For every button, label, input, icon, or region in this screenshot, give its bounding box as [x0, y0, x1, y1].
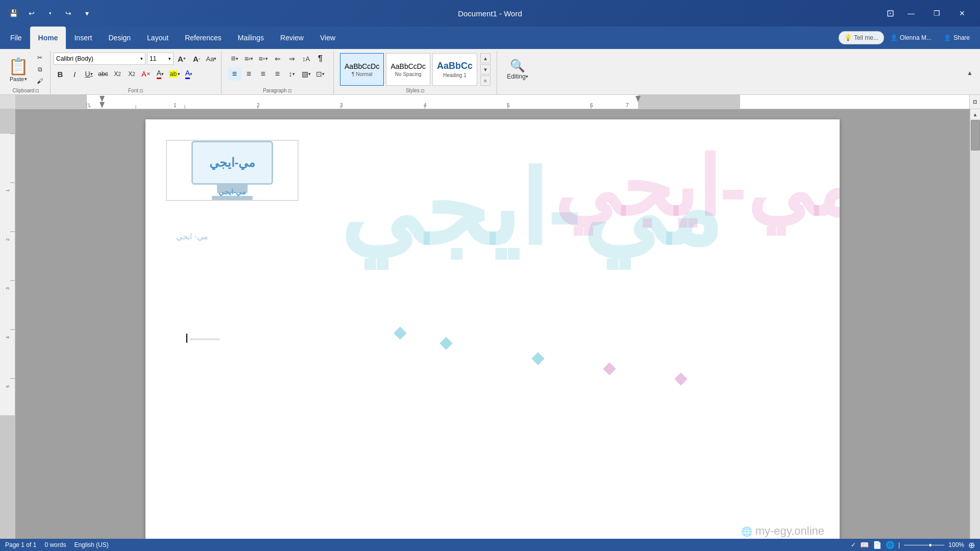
title-bar: 💾 ↩ ▾ ↪ ▾ Document1 - Word ⊡ — ❐ ✕ — [0, 0, 980, 27]
view-mode-print[interactable]: 📄 — [873, 541, 881, 549]
copy-icon: ⧉ — [38, 66, 42, 73]
font-color-button[interactable]: A▾ — [154, 67, 167, 81]
zoom-in-button[interactable]: ⊕ — [968, 540, 975, 550]
subscript-button[interactable]: X2 — [111, 67, 124, 81]
undo-button[interactable]: ↩ — [24, 6, 39, 20]
superscript-button[interactable]: X2 — [125, 67, 138, 81]
tab-insert[interactable]: Insert — [66, 27, 100, 49]
scroll-track[interactable] — [970, 119, 980, 543]
tell-me-input[interactable]: 💡 Tell me... — [839, 31, 884, 44]
shrink-font-button[interactable]: A- — [190, 52, 203, 65]
document-scroll-area[interactable]: مي-ايجي مي-ايجي مي-ايجي مي-ايجي — [15, 109, 970, 551]
highlight-color-button[interactable]: ab▾ — [168, 67, 181, 81]
styles-dialog-icon[interactable]: ⊡ — [421, 88, 425, 93]
justify-button[interactable]: ≡ — [271, 67, 284, 81]
styles-scroll-up[interactable]: ▲ — [480, 53, 491, 63]
close-button[interactable]: ✕ — [950, 5, 974, 21]
paragraph-dialog-icon[interactable]: ⊡ — [288, 88, 292, 93]
tab-references[interactable]: References — [177, 27, 230, 49]
diamond-deco-2 — [439, 337, 452, 349]
vertical-scrollbar[interactable]: ▲ ▼ — [970, 109, 980, 551]
diamond-deco-1 — [394, 327, 406, 339]
line-spacing-button[interactable]: ↕▾ — [285, 67, 299, 81]
cut-icon: ✂ — [37, 54, 42, 61]
decrease-indent-button[interactable]: ⇐ — [271, 52, 284, 65]
text-color-dropdown[interactable]: A▾ — [182, 67, 195, 81]
share-button[interactable]: 👤 Share — [938, 31, 976, 45]
style-normal[interactable]: AaBbCcDc ¶ Normal — [340, 53, 384, 86]
clipboard-dialog-icon[interactable]: ⊡ — [35, 88, 39, 93]
ruler-scroll-corner: ⊡ — [970, 95, 980, 109]
view-mode-web[interactable]: 🌐 — [886, 541, 894, 549]
proofing-icon[interactable]: ✓ — [851, 541, 856, 548]
format-painter-button[interactable]: 🖌 — [33, 76, 47, 87]
title-bar-left: 💾 ↩ ▾ ↪ ▾ — [6, 6, 94, 20]
minimize-button[interactable]: — — [899, 5, 923, 21]
tab-view[interactable]: View — [312, 27, 344, 49]
change-case-button[interactable]: Aa▾ — [205, 52, 218, 65]
shading-button[interactable]: ▧▾ — [300, 67, 313, 81]
zoom-slider[interactable]: ————●—— — [904, 541, 944, 548]
styles-scroll-down[interactable]: ▼ — [480, 64, 491, 74]
strikethrough-button[interactable]: abc — [96, 67, 110, 81]
style-heading1[interactable]: AaBbCc Heading 1 — [432, 53, 477, 86]
underline-button[interactable]: U▾ — [82, 67, 95, 81]
svg-rect-1 — [15, 95, 87, 109]
sort-button[interactable]: ↕A — [300, 52, 313, 65]
styles-area: AaBbCcDc ¶ Normal AaBbCcDc No Spacing Aa… — [340, 53, 491, 86]
restore-button[interactable]: ❐ — [925, 5, 948, 21]
tab-home[interactable]: Home — [30, 27, 66, 49]
bold-button[interactable]: B — [54, 67, 67, 81]
svg-rect-0 — [15, 95, 969, 109]
scroll-thumb[interactable] — [971, 120, 980, 151]
copy-button[interactable]: ⧉ — [33, 64, 47, 75]
tab-layout[interactable]: Layout — [139, 27, 177, 49]
center-button[interactable]: ≡ — [242, 67, 256, 81]
cut-button[interactable]: ✂ — [33, 52, 47, 63]
font-size-selector[interactable]: 11 ▾ — [147, 53, 174, 65]
multilevel-list-button[interactable]: ≡»▾ — [257, 52, 270, 65]
ribbon-collapse-button[interactable]: ▲ — [964, 67, 976, 79]
align-left-button[interactable]: ≡ — [228, 67, 241, 81]
editing-group: 🔍 Editing ▾ . — [497, 51, 538, 94]
search-icon: 🔍 — [510, 59, 525, 73]
view-mode-read[interactable]: 📖 — [860, 541, 869, 549]
style-no-spacing[interactable]: AaBbCcDc No Spacing — [386, 53, 430, 86]
paste-button[interactable]: 📋 Paste▾ — [5, 55, 32, 84]
editing-button[interactable]: 🔍 Editing ▾ — [503, 57, 532, 82]
italic-button[interactable]: I — [68, 67, 81, 81]
document-page[interactable]: مي-ايجي مي-ايجي مي-ايجي مي-ايجي — [145, 119, 840, 551]
align-right-button[interactable]: ≡ — [257, 67, 270, 81]
font-group: Calibri (Body) ▾ 11 ▾ A+ A- Aa▾ B I — [51, 51, 222, 94]
tab-review[interactable]: Review — [272, 27, 312, 49]
show-paragraph-button[interactable]: ¶ — [314, 52, 327, 65]
user-button[interactable]: 👤 Olenna M... — [887, 33, 935, 42]
svg-text:3: 3 — [340, 103, 343, 108]
grow-font-button[interactable]: A+ — [175, 52, 188, 65]
logo-text: مي-ايجي — [218, 188, 246, 196]
horizontal-ruler: L 1 2 3 4 5 6 7 — [15, 95, 970, 109]
customize-qat-button[interactable]: ▾ — [80, 6, 94, 20]
clear-formatting-button[interactable]: A✕ — [139, 67, 153, 81]
fullscreen-button[interactable]: ⊡ — [883, 6, 897, 20]
redo-button[interactable]: ↪ — [61, 6, 76, 20]
font-dialog-icon[interactable]: ⊡ — [139, 88, 143, 93]
save-button[interactable]: 💾 — [6, 6, 20, 20]
styles-scroll: ▲ ▼ ≡ — [480, 53, 491, 86]
styles-more[interactable]: ≡ — [480, 76, 491, 86]
increase-indent-button[interactable]: ⇒ — [285, 52, 299, 65]
scroll-up-button[interactable]: ▲ — [970, 109, 981, 119]
text-cursor-area[interactable] — [186, 334, 220, 343]
bullets-button[interactable]: ≡▾ — [228, 52, 241, 65]
style-heading1-preview: AaBbCc — [437, 61, 473, 71]
style-normal-preview: AaBbCcDc — [345, 62, 379, 70]
tab-design[interactable]: Design — [100, 27, 139, 49]
font-name-selector[interactable]: Calibri (Body) ▾ — [54, 53, 145, 65]
tab-mailings[interactable]: Mailings — [230, 27, 272, 49]
numbering-button[interactable]: ≡#▾ — [242, 52, 256, 65]
borders-button[interactable]: ⊡▾ — [314, 67, 327, 81]
watermark-small-text: مي- ايجي — [176, 232, 208, 241]
tab-file[interactable]: File — [2, 27, 30, 49]
svg-rect-2 — [638, 95, 740, 109]
undo-dropdown[interactable]: ▾ — [43, 6, 57, 20]
